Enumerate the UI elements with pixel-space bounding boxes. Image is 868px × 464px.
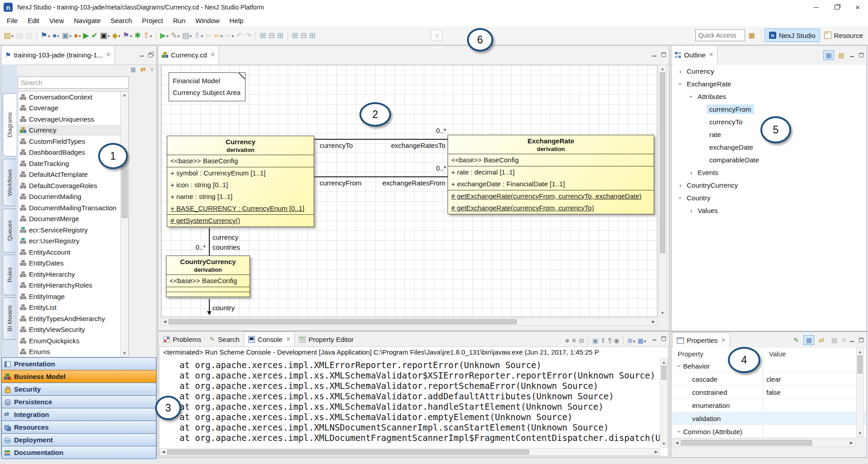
scrollbar-thumb[interactable] [681, 440, 812, 445]
tree-item[interactable]: Enums [18, 346, 122, 358]
scroll-lock-icon[interactable]: ⇕ [599, 335, 607, 346]
scroll-down-icon[interactable]: ▼ [857, 431, 863, 436]
tree-item[interactable]: DocumentMailing [18, 191, 122, 203]
align-left-icon[interactable]: ⊞ [291, 29, 299, 41]
forward-icon[interactable]: ⇨ [224, 29, 235, 41]
maximize-view-icon[interactable] [660, 335, 667, 342]
dropdown-arrow-icon[interactable] [150, 31, 152, 39]
uml-class-exchangerate[interactable]: ExchangeRate derivation <<base>> BaseCon… [448, 135, 654, 214]
checklist-icon[interactable]: ▤ [181, 29, 193, 41]
scroll-up-icon[interactable]: ▲ [121, 93, 128, 97]
scrollbar-thumb[interactable] [167, 450, 529, 455]
tree-item[interactable]: EntityDates [18, 258, 122, 269]
dropdown-arrow-icon[interactable] [130, 31, 132, 39]
export-icon[interactable]: ⇧ [142, 29, 153, 41]
model-library-icon[interactable]: ⚑ [122, 29, 133, 41]
close-icon[interactable] [721, 337, 725, 344]
menu-item[interactable]: Search [105, 16, 137, 25]
remove-all-launches-icon[interactable]: ⊠ [578, 335, 585, 346]
redo-icon[interactable]: ↷ [244, 29, 252, 41]
menu-item[interactable]: Navigate [69, 16, 105, 25]
expand-chevron-icon[interactable] [688, 169, 695, 176]
menu-item[interactable]: Edit [23, 16, 44, 25]
vertical-tab-rules[interactable]: Rules [3, 255, 16, 295]
dropdown-arrow-icon[interactable] [633, 336, 636, 345]
view-menu-icon[interactable] [842, 338, 846, 343]
console-horizontal-scrollbar[interactable]: ◀ ▶ [160, 448, 660, 456]
editor-tab-currency-cd[interactable]: Currency.cd [158, 46, 219, 64]
tree-item[interactable]: EntityHierarchyRoles [18, 280, 122, 291]
scroll-right-icon[interactable]: ▶ [850, 440, 853, 445]
tree-item[interactable]: DefaultActTemplate [18, 169, 122, 180]
tree-item[interactable]: DocumentMailingTransaction [18, 202, 122, 213]
dropdown-arrow-icon[interactable] [69, 31, 71, 39]
association-currencyFrom[interactable] [314, 176, 448, 177]
open-perspective-icon[interactable]: ▦ [749, 31, 755, 39]
close-icon[interactable] [709, 52, 713, 58]
back-disabled-icon[interactable]: ⇦ [204, 29, 212, 41]
tree-item[interactable]: EntityHierarchy [18, 269, 122, 280]
search-input[interactable] [18, 76, 129, 89]
pin-console-icon[interactable]: ◉ [613, 335, 620, 346]
security-tool-icon[interactable]: ◆ [111, 29, 122, 41]
quick-access-input[interactable] [695, 29, 745, 41]
dropdown-arrow-icon[interactable] [48, 31, 50, 39]
uml-attribute[interactable]: + BASE_CURRENCY : CurrencyEnum [0..1] [167, 203, 314, 214]
save-all-icon[interactable]: ▤ [24, 29, 33, 41]
association-country[interactable] [209, 299, 210, 311]
show-categories-icon[interactable]: ▦ [803, 335, 814, 345]
pin-property-view-icon[interactable]: ✎ [791, 335, 802, 345]
uml-attribute[interactable]: + rate : decimal [1..1] [448, 166, 654, 178]
outline-table-mode-icon[interactable]: ▧ [836, 50, 847, 60]
menu-item[interactable]: File [2, 16, 23, 25]
minimize-view-icon[interactable] [849, 52, 856, 59]
scroll-down-icon[interactable]: ▼ [660, 441, 667, 446]
tree-item[interactable]: Coverage [18, 103, 122, 114]
properties-tab[interactable]: Properties [672, 332, 730, 348]
close-button[interactable]: × [847, 0, 868, 14]
note-box[interactable]: Financial Model Currency Subject Area [169, 72, 245, 101]
tree-item[interactable]: ecr:UserRegistry [18, 236, 122, 247]
vertical-tab-bi-models[interactable]: BI Models [3, 297, 16, 340]
dropdown-arrow-icon[interactable] [190, 31, 192, 39]
scrollbar-thumb[interactable] [660, 72, 665, 253]
dropdown-arrow-icon[interactable] [232, 31, 234, 39]
run-icon[interactable]: ▶ [82, 29, 90, 41]
nav-presentation[interactable]: Presentation [1, 357, 156, 370]
nav-resources[interactable]: Resources [1, 421, 156, 434]
outline-tree-mode-icon[interactable]: ▦ [823, 50, 834, 60]
console-vertical-scrollbar[interactable]: ▲ ▼ [660, 358, 668, 448]
outline-item[interactable]: Values [672, 204, 866, 217]
remove-launch-icon[interactable]: ✕ [571, 335, 578, 346]
scrollbar-thumb[interactable] [661, 366, 666, 379]
scroll-down-icon[interactable]: ▼ [121, 351, 128, 355]
open-console-icon[interactable]: ⊞ [627, 335, 636, 346]
scroll-down-icon[interactable]: ▼ [659, 311, 666, 315]
distribute-icon[interactable]: ⊞ [308, 29, 316, 41]
layout-horizontal-icon[interactable]: ⊞ [259, 29, 267, 41]
console-output[interactable]: <terminated> Run Scheme Console - Develo… [159, 346, 668, 456]
perspective-resource[interactable]: Resource [820, 29, 867, 42]
maximize-view-icon[interactable] [660, 51, 667, 58]
dropdown-arrow-icon[interactable] [644, 336, 646, 345]
publish-icon[interactable]: ● [52, 29, 61, 41]
uml-operation[interactable]: # getSystemCurrency() [167, 215, 314, 227]
tab-console[interactable]: Console [244, 331, 295, 346]
uml-attribute[interactable]: + icon : string [0..1] [167, 179, 314, 191]
tree-item[interactable]: EntityAccount [18, 246, 122, 258]
view-menu-icon[interactable] [150, 67, 154, 72]
uml-attribute[interactable]: + symbol : CurrencyEnum [1..1] [167, 167, 314, 179]
property-row[interactable]: cascade clear [672, 373, 866, 386]
nav-deployment[interactable]: Deployment [1, 433, 156, 446]
outline-item[interactable]: Country [672, 191, 866, 204]
database-tool-icon[interactable]: ▣ [61, 29, 72, 41]
terminate-icon[interactable]: ■ [564, 335, 570, 346]
outline-item[interactable]: Currency [672, 65, 866, 77]
scroll-right-icon[interactable]: ▶ [652, 319, 655, 324]
dropdown-arrow-icon[interactable] [108, 31, 110, 39]
expand-chevron-icon[interactable] [688, 93, 695, 100]
association-currencyTo[interactable] [314, 139, 448, 140]
scroll-up-icon[interactable]: ▲ [660, 360, 667, 365]
toolbar-overflow-chevron[interactable] [431, 29, 443, 41]
menu-item[interactable]: Project [137, 16, 168, 25]
